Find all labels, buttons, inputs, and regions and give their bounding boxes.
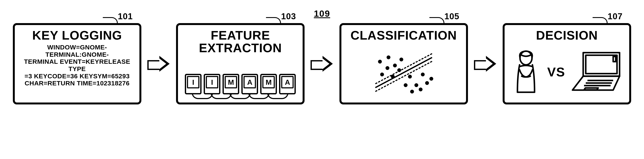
log-line: =3 KEYCODE=36 KEYSYM=65293 <box>20 73 135 80</box>
keycap-icon <box>260 74 277 94</box>
scatter-dot <box>414 83 418 87</box>
stage-feature-extraction: 103 FEATUREEXTRACTION <box>176 23 304 104</box>
ref-label: 107 <box>608 11 622 21</box>
scatter-dot <box>410 90 414 94</box>
stage-key-logging: 101 KEY LOGGING WINDOW=GNOME-TERMINAL:GN… <box>13 23 141 104</box>
box-key-logging: KEY LOGGING WINDOW=GNOME-TERMINAL:GNOME-… <box>13 23 141 104</box>
arrow-icon <box>474 56 497 71</box>
title-feature-extraction: FEATUREEXTRACTION <box>199 29 282 54</box>
ref-label: 103 <box>281 11 296 21</box>
svg-point-0 <box>520 51 532 65</box>
scatter-dot <box>400 58 403 61</box>
stage-decision: 107 DECISION VS <box>503 23 631 104</box>
scatter-dot <box>419 88 422 91</box>
log-line: WINDOW=GNOME-TERMINAL:GNOME- <box>20 44 135 58</box>
keycap-icon <box>185 74 202 94</box>
box-classification: CLASSIFICATION <box>340 23 468 104</box>
scatter-dot <box>408 75 412 79</box>
log-text: WINDOW=GNOME-TERMINAL:GNOME- TERMINAL EV… <box>20 44 135 87</box>
ref-label: 101 <box>118 11 133 21</box>
decision-row: VS <box>510 49 624 94</box>
scatter-dot <box>391 75 395 79</box>
separator-line <box>375 61 432 92</box>
scatter-dot <box>386 66 389 70</box>
log-line: CHAR=RETURN TIME=102318276 <box>20 80 135 87</box>
title-classification: CLASSIFICATION <box>350 29 457 41</box>
box-decision: DECISION VS <box>503 23 631 104</box>
laptop-icon <box>570 50 624 93</box>
scatter-dot <box>421 73 425 76</box>
keycap-icon <box>204 74 220 94</box>
scatter-dot <box>404 83 408 87</box>
arrow-icon <box>147 56 170 71</box>
box-feature-extraction: FEATUREEXTRACTION <box>176 23 304 104</box>
ref-label: 105 <box>444 11 460 21</box>
log-line: TERMINAL EVENT=KEYRELEASE TYPE <box>20 58 135 72</box>
separator-line <box>375 57 432 88</box>
stage-classification: 105 CLASSIFICATION <box>340 23 468 104</box>
pipeline-flow: 101 KEY LOGGING WINDOW=GNOME-TERMINAL:GN… <box>13 23 631 104</box>
scatter-dot <box>397 68 401 72</box>
scatter-dot <box>430 77 433 81</box>
title-key-logging: KEY LOGGING <box>32 29 122 41</box>
scatter-dot <box>386 55 390 59</box>
scatter-dot <box>378 60 382 64</box>
scatter-dot <box>393 64 397 67</box>
keycap-icon <box>222 74 239 94</box>
scatter-plot-icon <box>365 51 442 94</box>
keycap-row <box>185 74 296 94</box>
scatter-dot <box>380 73 384 76</box>
keycap-icon <box>279 74 296 94</box>
title-decision: DECISION <box>536 29 598 41</box>
human-icon <box>510 49 542 94</box>
arrow-icon <box>310 56 333 71</box>
separator-line <box>375 53 432 84</box>
keycap-icon <box>241 74 258 94</box>
scatter-dot <box>425 81 429 85</box>
vs-label: VS <box>547 65 565 79</box>
